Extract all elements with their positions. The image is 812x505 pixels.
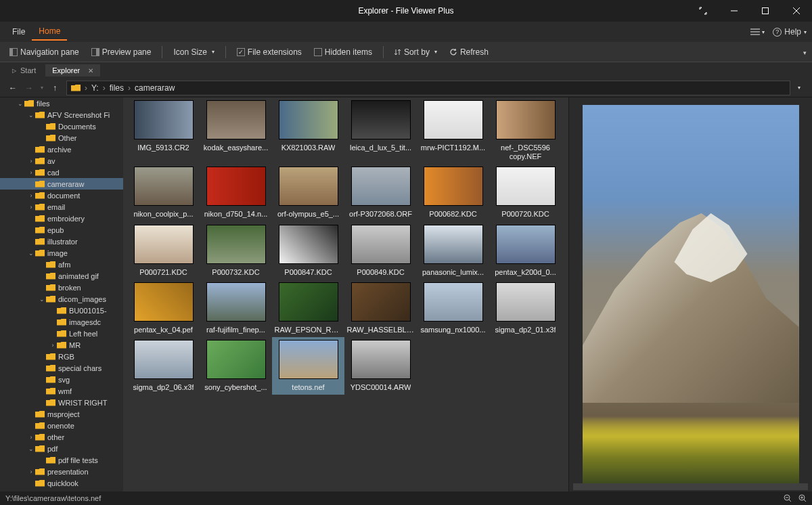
tree-item-source[interactable]: ›source [0,489,123,491]
sort-by-dropdown[interactable]: Sort by▾ [390,45,441,59]
tab-start[interactable]: ▷Start [5,64,43,76]
help-menu[interactable]: ?Help▾ [773,27,807,37]
thumbnail-item[interactable]: mrw-PICT1192.M... [417,97,489,164]
tree-item-email[interactable]: ›email [0,201,123,213]
nav-up-button[interactable]: ↑ [47,81,62,95]
tree-item-epub[interactable]: epub [0,224,123,236]
tree-item-other[interactable]: Other [0,132,123,144]
tree-item-documents[interactable]: Documents [0,120,123,132]
breadcrumb-files[interactable]: files [110,83,124,93]
tree-item-files[interactable]: ⌄files [0,97,123,109]
tree-item-cad[interactable]: ›cad [0,167,123,178]
tree-item-cameraraw[interactable]: cameraraw [0,178,123,190]
chevron-right-icon[interactable]: › [27,468,35,475]
thumbnail-item[interactable]: P000720.KDC [489,164,562,221]
tree-item-illustrator[interactable]: illustrator [0,236,123,247]
tree-item-wmf[interactable]: wmf [0,385,123,397]
thumbnail-item[interactable]: pentax_kx_04.pef [127,280,200,337]
chevron-right-icon[interactable]: › [27,192,35,199]
navigation-pane-toggle[interactable]: Navigation pane [5,45,83,59]
thumbnail-item[interactable]: P000849.KDC [344,222,417,280]
maximize-button[interactable] [750,0,781,22]
thumbnail-item[interactable]: sony_cybershot_... [200,337,272,395]
tree-item-presentation[interactable]: ›presentation [0,466,123,477]
tree-item-special-chars[interactable]: special chars [0,362,123,374]
thumbnail-grid[interactable]: IMG_5913.CR2kodak_easyshare...KX821003.R… [123,97,568,491]
minimize-button[interactable] [719,0,750,22]
thumbnail-item[interactable]: RAW_HASSELBLA... [344,280,417,337]
close-button[interactable] [781,0,812,22]
thumbnail-item[interactable]: orf-P3072068.ORF [344,164,417,221]
thumbnail-item[interactable]: sigma_dp2_06.x3f [127,337,200,395]
tree-item-bu001015-[interactable]: BU001015- [0,305,123,316]
thumbnail-item[interactable]: P000682.KDC [417,164,489,221]
menu-home[interactable]: Home [32,23,67,41]
tree-item-archive[interactable]: archive [0,144,123,155]
chevron-right-icon[interactable]: › [27,158,35,164]
thumbnail-item[interactable]: P000732.KDC [200,222,272,280]
breadcrumb-cameraraw[interactable]: cameraraw [135,83,175,93]
folder-tree[interactable]: ⌄files⌄AFV Screenshot FiDocumentsOtherar… [0,97,123,491]
tree-item-afv-screenshot-fi[interactable]: ⌄AFV Screenshot Fi [0,109,123,120]
nav-back-button[interactable]: ← [5,81,20,95]
expand-icon[interactable] [687,0,719,22]
chevron-right-icon[interactable]: › [27,491,35,492]
chevron-right-icon[interactable]: › [27,434,35,441]
thumbnail-item[interactable]: sigma_dp2_01.x3f [489,280,562,337]
zoom-in-icon[interactable] [798,494,807,502]
tree-item-broken[interactable]: broken [0,282,123,293]
thumbnail-item[interactable]: KX821003.RAW [272,97,344,164]
tree-item-mr[interactable]: ›MR [0,339,123,351]
zoom-out-icon[interactable] [784,494,792,502]
tree-item-afm[interactable]: afm [0,259,123,270]
hidden-items-toggle[interactable]: Hidden items [310,45,376,59]
thumbnail-item[interactable]: samsung_nx1000... [417,280,489,337]
thumbnail-item[interactable]: orf-olympus_e5_... [272,164,344,221]
view-options-icon[interactable]: ▾ [750,28,765,35]
thumbnail-item[interactable]: IMG_5913.CR2 [127,97,200,164]
chevron-down-icon[interactable]: ⌄ [27,445,35,452]
thumbnail-item[interactable]: nikon_coolpix_p... [127,164,200,221]
tree-item-svg[interactable]: svg [0,374,123,385]
thumbnail-item[interactable]: P000847.KDC [272,222,344,280]
preview-pane-toggle[interactable]: Preview pane [87,45,156,59]
tree-item-animated-gif[interactable]: animated gif [0,270,123,282]
tree-item-av[interactable]: ›av [0,155,123,167]
chevron-down-icon[interactable]: ⌄ [38,296,46,303]
tree-item-dicom-images[interactable]: ⌄dicom_images [0,293,123,305]
chevron-down-icon[interactable]: ⌄ [16,100,24,107]
tree-item-left-heel[interactable]: Left heel [0,328,123,339]
tree-item-other[interactable]: ›other [0,431,123,443]
thumbnail-item[interactable]: RAW_EPSON_RD... [272,280,344,337]
thumbnail-item[interactable]: P000721.KDC [127,222,200,280]
chevron-down-icon[interactable]: ⌄ [27,250,35,257]
thumbnail-item[interactable]: panasonic_lumix... [417,222,489,280]
thumbnail-item[interactable]: leica_d_lux_5_tit... [344,97,417,164]
tree-item-onenote[interactable]: onenote [0,420,123,431]
breadcrumb[interactable]: › Y: › files › cameraraw [66,81,790,95]
preview-scrollbar[interactable] [573,483,808,490]
breadcrumb-drive[interactable]: Y: [91,83,99,93]
tree-item-document[interactable]: ›document [0,190,123,201]
chevron-right-icon[interactable]: › [27,204,35,211]
chevron-right-icon[interactable]: › [49,342,57,349]
icon-size-dropdown[interactable]: Icon Size▾ [169,45,218,59]
tree-item-pdf-file-tests[interactable]: pdf file tests [0,454,123,466]
tree-item-wrist-right[interactable]: WRIST RIGHT [0,397,123,408]
thumbnail-item[interactable]: raf-fujifilm_finep... [200,280,272,337]
chevron-right-icon[interactable]: › [27,169,35,176]
tree-item-image[interactable]: ⌄image [0,247,123,259]
tree-item-msproject[interactable]: msproject [0,408,123,420]
menu-file[interactable]: File [5,24,32,40]
tree-item-embroidery[interactable]: embroidery [0,213,123,224]
thumbnail-item[interactable]: nikon_d750_14.n... [200,164,272,221]
breadcrumb-dropdown-icon[interactable]: ▾ [792,81,807,95]
tree-item-imagesdc[interactable]: imagesdc [0,316,123,328]
tree-item-quicklook[interactable]: quicklook [0,477,123,489]
tree-item-rgb[interactable]: RGB [0,351,123,362]
nav-forward-button[interactable]: → [22,81,37,95]
chevron-down-icon[interactable]: ⌄ [27,112,35,118]
thumbnail-item[interactable]: pentax_k200d_0... [489,222,562,280]
close-tab-icon[interactable]: ✕ [88,67,93,74]
tab-explorer[interactable]: Explorer✕ [45,64,100,76]
